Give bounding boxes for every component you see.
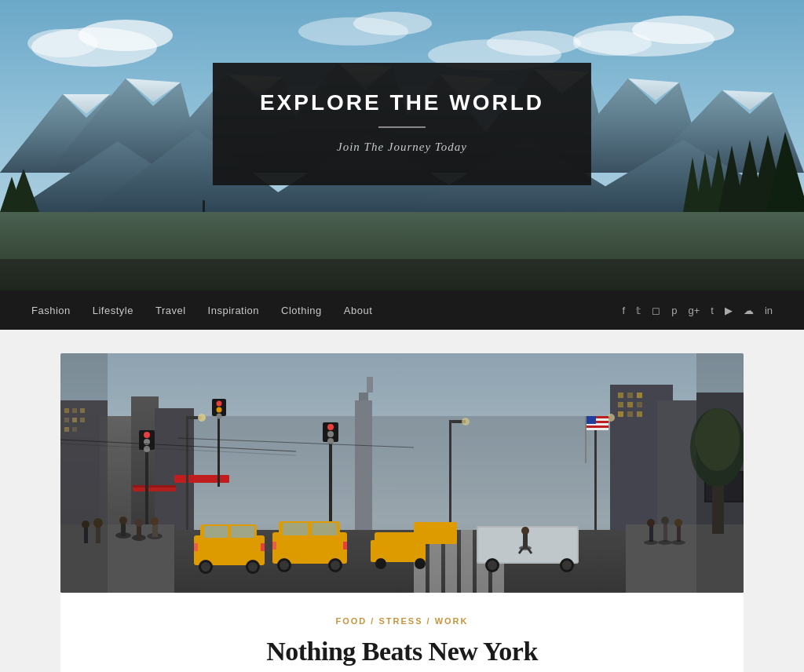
nav-item-travel[interactable]: Travel <box>155 303 186 317</box>
featured-image-container <box>60 353 744 593</box>
social-tumblr[interactable]: t <box>711 305 714 316</box>
post-title[interactable]: Nothing Beats New York <box>92 637 712 667</box>
social-soundcloud[interactable]: ☁ <box>744 305 754 316</box>
svg-point-3 <box>27 29 98 57</box>
social-google-plus[interactable]: g+ <box>688 305 700 316</box>
nav-link-lifestyle[interactable]: Lifestyle <box>93 305 133 316</box>
main-content: FOOD / STRESS / WORK Nothing Beats New Y… <box>0 330 804 672</box>
nav-item-clothing[interactable]: Clothing <box>281 303 322 317</box>
nav-item-lifestyle[interactable]: Lifestyle <box>93 303 133 317</box>
social-twitter[interactable]: 𝕥 <box>636 305 641 316</box>
svg-rect-49 <box>203 200 205 212</box>
social-youtube[interactable]: ▶ <box>725 305 733 316</box>
nav-link-travel[interactable]: Travel <box>155 305 186 316</box>
social-icons: f 𝕥 ◻ p g+ t ▶ ☁ in <box>623 305 773 316</box>
svg-rect-50 <box>0 259 804 290</box>
navbar: Fashion Lifestyle Travel Inspiration Clo… <box>0 290 804 330</box>
featured-image <box>60 353 744 593</box>
svg-point-6 <box>573 31 652 56</box>
nav-item-inspiration[interactable]: Inspiration <box>208 303 259 317</box>
social-linkedin[interactable]: in <box>765 305 773 316</box>
post-container: FOOD / STRESS / WORK Nothing Beats New Y… <box>60 593 744 672</box>
svg-point-10 <box>487 31 581 56</box>
post-categories[interactable]: FOOD / STRESS / WORK <box>92 616 712 626</box>
hero-divider <box>378 126 426 128</box>
nav-link-inspiration[interactable]: Inspiration <box>208 305 259 316</box>
hero-section: EXPLORE THE WORLD Join The Journey Today <box>0 0 804 290</box>
social-instagram[interactable]: ◻ <box>652 305 660 316</box>
nav-item-about[interactable]: About <box>344 303 372 317</box>
svg-point-8 <box>353 12 432 35</box>
svg-rect-191 <box>60 353 108 593</box>
social-pinterest[interactable]: p <box>671 305 677 316</box>
hero-subtitle: Join The Journey Today <box>260 141 544 154</box>
svg-rect-192 <box>696 353 744 593</box>
nav-item-fashion[interactable]: Fashion <box>31 303 71 317</box>
social-facebook[interactable]: f <box>623 305 626 316</box>
hero-title-box: EXPLORE THE WORLD Join The Journey Today <box>213 63 591 185</box>
nav-links: Fashion Lifestyle Travel Inspiration Clo… <box>31 303 372 317</box>
nav-link-about[interactable]: About <box>344 305 372 316</box>
nav-link-clothing[interactable]: Clothing <box>281 305 322 316</box>
hero-title: EXPLORE THE WORLD <box>260 90 544 115</box>
nav-link-fashion[interactable]: Fashion <box>31 305 71 316</box>
svg-rect-190 <box>60 353 744 593</box>
